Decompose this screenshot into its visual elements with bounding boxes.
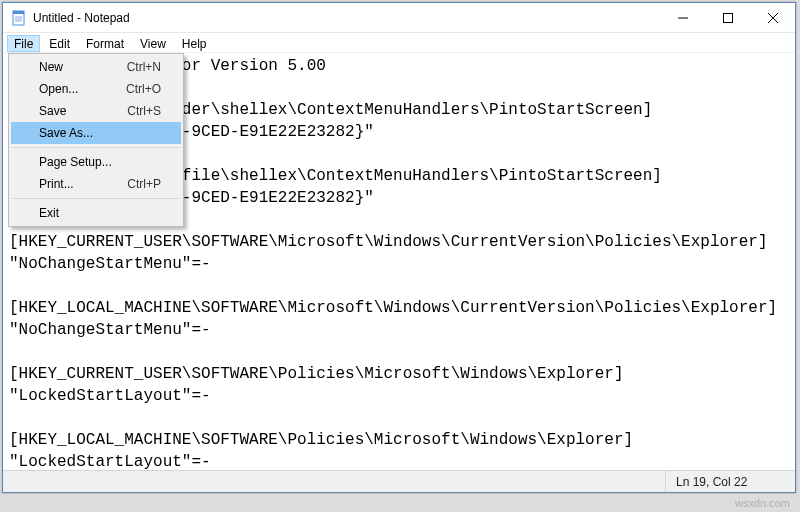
notepad-icon (11, 10, 27, 26)
minimize-button[interactable] (660, 3, 705, 32)
menu-save-accel: Ctrl+S (127, 104, 161, 118)
menu-open-accel: Ctrl+O (126, 82, 161, 96)
watermark: wsxdn.com (735, 497, 790, 509)
menu-save-label: Save (39, 104, 66, 118)
menu-edit[interactable]: Edit (42, 35, 77, 52)
menu-print-label: Print... (39, 177, 74, 191)
file-dropdown: New Ctrl+N Open... Ctrl+O Save Ctrl+S Sa… (8, 53, 184, 227)
menu-print[interactable]: Print... Ctrl+P (11, 173, 181, 195)
menu-separator (12, 198, 180, 199)
close-button[interactable] (750, 3, 795, 32)
menu-help[interactable]: Help (175, 35, 214, 52)
menu-exit-label: Exit (39, 206, 59, 220)
window-controls (660, 3, 795, 32)
menu-print-accel: Ctrl+P (127, 177, 161, 191)
menu-page-setup-label: Page Setup... (39, 155, 112, 169)
menu-new-accel: Ctrl+N (127, 60, 161, 74)
menu-format[interactable]: Format (79, 35, 131, 52)
menu-save-as[interactable]: Save As... (11, 122, 181, 144)
menu-page-setup[interactable]: Page Setup... (11, 151, 181, 173)
svg-rect-1 (13, 11, 24, 14)
titlebar[interactable]: Untitled - Notepad (3, 3, 795, 33)
maximize-button[interactable] (705, 3, 750, 32)
menu-view[interactable]: View (133, 35, 173, 52)
menu-open-label: Open... (39, 82, 78, 96)
menubar: File Edit Format View Help (3, 33, 795, 53)
menu-new[interactable]: New Ctrl+N (11, 56, 181, 78)
menu-save-as-label: Save As... (39, 126, 93, 140)
menu-file[interactable]: File (7, 35, 40, 52)
menu-new-label: New (39, 60, 63, 74)
status-position: Ln 19, Col 22 (665, 471, 795, 492)
menu-open[interactable]: Open... Ctrl+O (11, 78, 181, 100)
notepad-window: Untitled - Notepad File Edit Format View… (2, 2, 796, 493)
menu-separator (12, 147, 180, 148)
menu-exit[interactable]: Exit (11, 202, 181, 224)
statusbar: Ln 19, Col 22 (3, 470, 795, 492)
window-title: Untitled - Notepad (33, 11, 660, 25)
svg-rect-6 (723, 13, 732, 22)
menu-save[interactable]: Save Ctrl+S (11, 100, 181, 122)
